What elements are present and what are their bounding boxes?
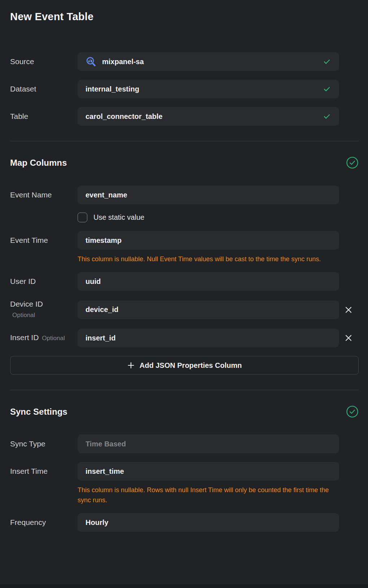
table-label: Table xyxy=(10,112,78,121)
valid-check-icon xyxy=(323,85,331,93)
mixpanel-source-icon xyxy=(86,56,97,67)
plus-icon xyxy=(127,361,135,369)
event-time-row: Event Time timestamp xyxy=(10,231,359,250)
sync-settings-header: Sync Settings xyxy=(10,405,359,418)
insert-id-label: Insert IDOptional xyxy=(10,333,78,343)
use-static-value-row: Use static value xyxy=(78,211,359,223)
insert-id-row: Insert IDOptional insert_id xyxy=(10,329,359,347)
frequency-value: Hourly xyxy=(86,518,108,527)
frequency-input[interactable]: Hourly xyxy=(78,513,339,532)
section-divider xyxy=(10,141,359,141)
event-time-label: Event Time xyxy=(10,236,78,245)
new-event-table-form: New Event Table Source mixpanel xyxy=(0,0,368,588)
user-id-row: User ID uuid xyxy=(10,272,359,291)
map-columns-header: Map Columns xyxy=(10,156,359,169)
insert-time-warning: This column is nullable. Rows with null … xyxy=(78,485,332,505)
add-json-properties-label: Add JSON Properties Column xyxy=(140,361,242,370)
valid-check-icon xyxy=(323,112,331,121)
dataset-label: Dataset xyxy=(10,84,78,94)
source-label: Source xyxy=(10,57,78,66)
insert-time-value: insert_time xyxy=(86,467,124,476)
event-name-value: event_name xyxy=(86,191,127,199)
source-row: Source mixpanel-sa xyxy=(10,52,359,71)
valid-check-icon xyxy=(323,57,331,66)
event-time-input[interactable]: timestamp xyxy=(78,231,339,250)
bottom-edge xyxy=(0,584,368,588)
user-id-label: User ID xyxy=(10,277,78,286)
source-input[interactable]: mixpanel-sa xyxy=(78,52,339,71)
source-value: mixpanel-sa xyxy=(102,58,144,66)
frequency-row: Frequency Hourly xyxy=(10,513,359,532)
dataset-row: Dataset internal_testing xyxy=(10,80,359,98)
add-json-properties-button[interactable]: Add JSON Properties Column xyxy=(10,356,359,375)
insert-id-label-text: Insert ID xyxy=(10,333,39,342)
event-time-value: timestamp xyxy=(86,236,122,245)
remove-device-id-button[interactable] xyxy=(342,303,355,316)
event-time-warning: This column is nullable. Null Event Time… xyxy=(78,254,321,264)
close-icon xyxy=(344,334,353,342)
close-icon xyxy=(344,306,353,314)
map-columns-heading: Map Columns xyxy=(10,158,67,168)
insert-time-label: Insert Time xyxy=(10,467,78,476)
insert-time-input[interactable]: insert_time xyxy=(78,462,339,481)
event-time-warning-row: This column is nullable. Null Event Time… xyxy=(10,254,359,264)
sync-type-input: Time Based xyxy=(78,435,339,453)
insert-time-warning-row: This column is nullable. Rows with null … xyxy=(10,485,359,505)
user-id-value: uuid xyxy=(86,277,101,286)
connection-section: Source mixpanel-sa xyxy=(10,52,359,126)
insert-id-optional-label: Optional xyxy=(42,335,65,342)
table-value: carol_connector_table xyxy=(86,112,162,121)
device-id-value: device_id xyxy=(86,306,118,314)
device-id-label-text: Device ID xyxy=(10,300,43,308)
table-input[interactable]: carol_connector_table xyxy=(78,107,339,126)
use-static-value-label: Use static value xyxy=(93,213,144,222)
device-id-label: Device ID Optional xyxy=(10,299,78,320)
page-title: New Event Table xyxy=(10,0,359,23)
event-name-row: Event Name event_name xyxy=(10,186,359,204)
dataset-value: internal_testing xyxy=(86,85,139,93)
table-row: Table carol_connector_table xyxy=(10,107,359,126)
event-name-label: Event Name xyxy=(10,190,78,200)
user-id-input[interactable]: uuid xyxy=(78,272,339,291)
section-complete-icon xyxy=(346,156,359,169)
sync-type-label: Sync Type xyxy=(10,439,78,449)
device-id-input[interactable]: device_id xyxy=(78,300,339,319)
remove-insert-id-button[interactable] xyxy=(342,331,355,344)
use-static-value-checkbox[interactable] xyxy=(78,213,87,222)
insert-id-input[interactable]: insert_id xyxy=(78,329,339,347)
section-complete-icon xyxy=(346,405,359,418)
insert-time-row: Insert Time insert_time xyxy=(10,462,359,481)
sync-type-row: Sync Type Time Based xyxy=(10,435,359,453)
device-id-optional-label: Optional xyxy=(10,311,78,320)
event-name-input[interactable]: event_name xyxy=(78,186,339,204)
device-id-row: Device ID Optional device_id xyxy=(10,299,359,320)
insert-id-value: insert_id xyxy=(86,334,115,342)
sync-settings-heading: Sync Settings xyxy=(10,407,67,417)
frequency-label: Frequency xyxy=(10,518,78,527)
dataset-input[interactable]: internal_testing xyxy=(78,80,339,98)
section-divider xyxy=(10,390,359,390)
sync-type-value: Time Based xyxy=(86,440,126,448)
